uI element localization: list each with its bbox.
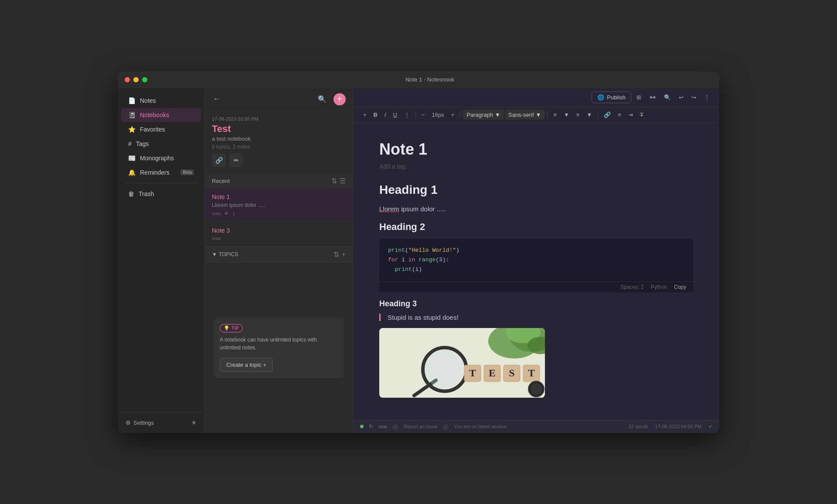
reminders-icon: 🔔 [128, 169, 136, 176]
notebook-date: 17-08-2023 03:58 PM [212, 116, 346, 122]
fmt-separator-1 [415, 111, 416, 118]
tag-placeholder[interactable]: Add a tag... [379, 163, 693, 170]
note-1-preview: Llorem ipsum dolor ..... [212, 202, 346, 208]
paragraph-text: ipsum dolor ..... [401, 205, 446, 213]
indent-button[interactable]: ⇥ [625, 110, 636, 120]
decrease-size-button[interactable]: − [418, 110, 428, 120]
sync-status-dot [360, 425, 364, 428]
create-topic-button[interactable]: Create a topic + [220, 358, 273, 372]
note-item-3[interactable]: Note 3 now [205, 222, 353, 247]
sidebar-item-reminders[interactable]: 🔔 Reminders Beta [121, 166, 201, 179]
editor-content[interactable]: Note 1 Add a tag... Heading 1 Llorem ips… [353, 123, 719, 420]
tip-box: 💡 TIP A notebook can have unlimited topi… [214, 318, 344, 378]
formatting-toolbar: + B I U ⋮ − 16px + Paragraph ▼ Sans-seri… [353, 107, 719, 123]
bullet-list-more[interactable]: ▼ [561, 110, 572, 120]
copy-button[interactable]: Copy [674, 284, 686, 290]
italic-button[interactable]: I [381, 110, 389, 120]
settings-icon: ⚙ [126, 419, 131, 426]
insert-button[interactable]: + [360, 110, 370, 120]
view-toggle-button[interactable]: ⊞ [634, 92, 644, 102]
word-count: 22 words [629, 424, 648, 429]
numbered-list-more[interactable]: ▼ [583, 110, 595, 120]
eye-icon: 👁 [224, 211, 229, 216]
notebook-description: a test notebook [212, 135, 346, 142]
note-title[interactable]: Note 1 [379, 140, 693, 159]
beta-badge: Beta [180, 169, 194, 175]
link-button[interactable]: 🔗 [212, 153, 226, 167]
font-size-display[interactable]: 16px [429, 110, 447, 120]
notebook-info: 17-08-2023 03:58 PM Test a test notebook… [205, 111, 353, 174]
check-icon: ✓ [708, 424, 712, 430]
edit-button[interactable]: ✏ [229, 153, 243, 167]
sidebar-item-monographs[interactable]: 📰 Monographs [121, 151, 201, 165]
sidebar-divider [125, 183, 197, 183]
blockquote: Stupid is as stupid does! [379, 314, 693, 321]
sidebar-item-label: Notebooks [140, 112, 169, 118]
increase-size-button[interactable]: + [448, 110, 458, 120]
report-issue[interactable]: Report an issue [404, 424, 437, 429]
code-language: Python [651, 284, 667, 290]
recent-label: Recent [212, 178, 230, 184]
more-format-button[interactable]: ⋮ [401, 110, 413, 120]
sidebar: 📄 Notes 📓 Notebooks ⭐ Favorites # Tags 📰 [118, 88, 205, 433]
sidebar-item-notes[interactable]: 📄 Notes [121, 94, 201, 108]
publish-button[interactable]: 🌐 Publish [592, 91, 631, 103]
paragraph-style-select[interactable]: Paragraph ▼ [463, 110, 504, 120]
publish-label: Publish [607, 94, 626, 101]
paragraph-label: Paragraph [466, 112, 493, 118]
redo-button[interactable]: ↪ [689, 92, 699, 102]
monographs-icon: 📰 [128, 155, 136, 162]
topics-sort-icon[interactable]: ⇅ [333, 250, 339, 259]
numbered-list-button[interactable]: ≡ [573, 110, 583, 120]
notebooks-header-actions: 🔍 + [315, 93, 346, 105]
tip-text: A notebook can have unlimited topics wit… [220, 336, 338, 352]
align-left-button[interactable]: ≡ [615, 110, 624, 120]
reading-mode-button[interactable]: 👓 [646, 92, 659, 102]
sort-icon[interactable]: ⇅ [331, 177, 337, 185]
font-family-select[interactable]: Sans-serif ▼ [505, 110, 544, 120]
theme-toggle[interactable]: ☀ [189, 418, 199, 428]
create-topic-label: Create a topic + [226, 362, 266, 368]
find-button[interactable]: 🔍 [661, 92, 674, 102]
status-bar: ↻ now ◎ Report an issue ◎ You are on lat… [353, 420, 719, 433]
link-button[interactable]: 🔗 [601, 110, 614, 120]
window-title: Note 1 - Notesnook [147, 76, 712, 83]
add-note-button[interactable]: + [333, 93, 346, 105]
heading-1: Heading 1 [379, 183, 693, 197]
more-options-button[interactable]: ⋮ [701, 92, 712, 102]
list-view-icon[interactable]: ☰ [340, 177, 346, 185]
topics-chevron[interactable]: ▼ [212, 251, 217, 257]
settings-button[interactable]: ⚙ Settings [123, 418, 157, 428]
theme-icon: ☀ [191, 419, 197, 426]
clear-format-button[interactable]: T̶ [637, 110, 646, 120]
close-button[interactable] [125, 77, 130, 82]
sidebar-item-favorites[interactable]: ⭐ Favorites [121, 122, 201, 136]
notebooks-header: ← 🔍 + [205, 88, 353, 111]
minimize-button[interactable] [133, 77, 139, 82]
fmt-separator-4 [598, 111, 598, 118]
sidebar-item-trash[interactable]: 🗑 Trash [121, 187, 201, 201]
note-item-1[interactable]: Note 1 Llorem ipsum dolor ..... now 👁 1 [205, 188, 353, 222]
note-1-title: Note 1 [212, 193, 346, 200]
editor-top-toolbar: 🌐 Publish ⊞ 👓 🔍 ↩ ↪ ⋮ [353, 88, 719, 107]
traffic-lights [125, 77, 147, 82]
version-separator: ◎ [442, 423, 449, 431]
topics-actions: ⇅ + [333, 250, 346, 259]
svg-point-18 [530, 383, 542, 395]
undo-button[interactable]: ↩ [676, 92, 686, 102]
notebook-title: Test [212, 123, 346, 135]
search-button[interactable]: 🔍 [315, 93, 329, 105]
code-line-1: print("Hello World!") [388, 246, 684, 255]
font-label: Sans-serif [508, 112, 534, 118]
topics-add-icon[interactable]: + [342, 250, 346, 259]
underline-button[interactable]: U [390, 110, 400, 120]
maximize-button[interactable] [142, 77, 147, 82]
bullet-list-button[interactable]: ≡ [550, 110, 560, 120]
sidebar-item-label: Favorites [140, 126, 165, 133]
trash-icon: 🗑 [128, 190, 134, 197]
bold-button[interactable]: B [371, 110, 381, 120]
sidebar-item-tags[interactable]: # Tags [121, 137, 201, 151]
back-button[interactable]: ← [212, 94, 221, 105]
para-chevron: ▼ [495, 112, 500, 118]
sidebar-item-notebooks[interactable]: 📓 Notebooks [121, 108, 201, 122]
